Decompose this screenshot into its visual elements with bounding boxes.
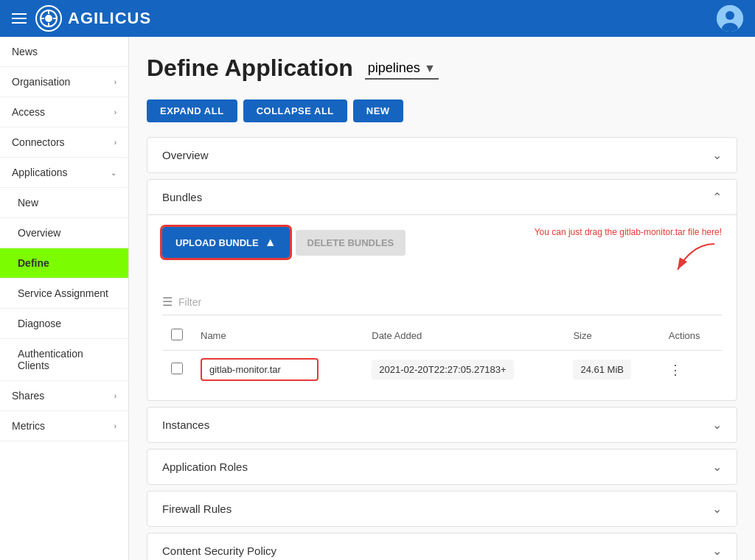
chevron-right-icon: › bbox=[114, 108, 116, 116]
sidebar: News Organisation › Access › Connectors … bbox=[0, 37, 129, 560]
hint-text: You can just drag the gitlab-monitor.tar… bbox=[535, 227, 722, 237]
user-avatar-icon[interactable] bbox=[717, 5, 743, 32]
page-title: Define Application bbox=[147, 55, 353, 82]
overview-label: Overview bbox=[162, 149, 209, 161]
chevron-down-icon: ⌄ bbox=[712, 460, 722, 474]
sidebar-item-organisation[interactable]: Organisation › bbox=[0, 67, 128, 97]
sidebar-item-news[interactable]: News bbox=[0, 37, 128, 67]
delete-bundles-button[interactable]: DELETE BUNDLES bbox=[296, 230, 406, 256]
row-checkbox[interactable] bbox=[171, 363, 183, 374]
instances-section: Instances ⌄ bbox=[147, 407, 737, 443]
sidebar-item-shares[interactable]: Shares › bbox=[0, 381, 128, 411]
instances-section-header[interactable]: Instances ⌄ bbox=[147, 407, 737, 442]
bundles-table: Name Date Added Size Actions gitlab-moni… bbox=[162, 321, 722, 388]
overview-section-header[interactable]: Overview ⌄ bbox=[147, 138, 737, 172]
overview-section: Overview ⌄ bbox=[147, 137, 737, 173]
svg-point-7 bbox=[726, 11, 734, 20]
content-security-policy-section: Content Security Policy ⌄ bbox=[147, 533, 737, 560]
chevron-right-icon: › bbox=[114, 78, 116, 86]
main-content: Define Application pipelines ▼ EXPAND AL… bbox=[129, 37, 755, 560]
sidebar-item-authentication-clients[interactable]: Authentication Clients bbox=[0, 339, 128, 381]
chevron-right-icon: › bbox=[114, 422, 116, 430]
content-security-policy-label: Content Security Policy bbox=[162, 545, 276, 557]
col-name: Name bbox=[192, 321, 363, 351]
sidebar-item-diagnose[interactable]: Diagnose bbox=[0, 309, 128, 339]
firewall-rules-section-header[interactable]: Firewall Rules ⌄ bbox=[147, 491, 737, 526]
collapse-all-button[interactable]: COLLAPSE ALL bbox=[243, 99, 347, 122]
sidebar-item-service-assignment[interactable]: Service Assignment bbox=[0, 279, 128, 309]
chevron-right-icon: › bbox=[114, 392, 116, 400]
bundles-section-header[interactable]: Bundles ⌃ bbox=[147, 180, 737, 214]
new-button[interactable]: NEW bbox=[353, 99, 403, 122]
bundle-actions-cell[interactable]: ⋮ bbox=[660, 351, 722, 389]
application-dropdown[interactable]: pipelines ▼ bbox=[365, 57, 439, 80]
application-roles-label: Application Roles bbox=[162, 461, 248, 473]
application-roles-section-header[interactable]: Application Roles ⌄ bbox=[147, 449, 737, 484]
application-select[interactable]: pipelines bbox=[365, 57, 439, 80]
sidebar-item-new[interactable]: New bbox=[0, 188, 128, 218]
chevron-down-icon: ⌄ bbox=[111, 169, 116, 177]
col-date-added: Date Added bbox=[363, 321, 564, 351]
chevron-right-icon: › bbox=[114, 139, 116, 147]
bundles-button-row: UPLOAD BUNDLE ▲ DELETE BUNDLES bbox=[162, 227, 406, 258]
firewall-rules-label: Firewall Rules bbox=[162, 503, 232, 515]
upload-bundle-button[interactable]: UPLOAD BUNDLE ▲ bbox=[162, 227, 290, 258]
col-actions: Actions bbox=[660, 321, 722, 351]
page-title-row: Define Application pipelines ▼ bbox=[147, 55, 737, 82]
bundles-label: Bundles bbox=[162, 191, 202, 203]
sidebar-item-connectors[interactable]: Connectors › bbox=[0, 127, 128, 158]
sidebar-item-define[interactable]: Define bbox=[0, 248, 128, 279]
select-all-checkbox[interactable] bbox=[171, 329, 183, 340]
filter-icon: ☰ bbox=[162, 295, 173, 309]
sidebar-item-overview[interactable]: Overview bbox=[0, 218, 128, 248]
table-header-row: Name Date Added Size Actions bbox=[162, 321, 722, 351]
bundle-size-cell: 24.61 MiB bbox=[564, 351, 659, 389]
expand-all-button[interactable]: EXPAND ALL bbox=[147, 99, 237, 122]
chevron-down-icon: ⌄ bbox=[712, 502, 722, 516]
bundles-section-body: UPLOAD BUNDLE ▲ DELETE BUNDLES You can j… bbox=[147, 214, 737, 400]
chevron-down-icon: ⌄ bbox=[712, 544, 722, 558]
hamburger-icon[interactable] bbox=[12, 13, 27, 24]
app-header: AGILICUS bbox=[0, 0, 755, 37]
chevron-down-icon: ⌄ bbox=[712, 418, 722, 432]
main-layout: News Organisation › Access › Connectors … bbox=[0, 37, 755, 560]
toolbar: EXPAND ALL COLLAPSE ALL NEW bbox=[147, 99, 737, 122]
bundle-name-cell: gitlab-monitor.tar bbox=[192, 351, 363, 389]
arrow-hint-icon bbox=[663, 240, 722, 277]
filter-row: ☰ Filter bbox=[162, 289, 722, 315]
bundle-date-cell: 2021-02-20T22:27:05.27183+ bbox=[363, 351, 564, 389]
sidebar-item-access[interactable]: Access › bbox=[0, 97, 128, 127]
upload-icon: ▲ bbox=[265, 236, 276, 249]
actions-menu-icon[interactable]: ⋮ bbox=[669, 363, 682, 377]
firewall-rules-section: Firewall Rules ⌄ bbox=[147, 491, 737, 527]
chevron-up-icon: ⌃ bbox=[712, 190, 722, 204]
app-logo: AGILICUS bbox=[35, 5, 151, 32]
instances-label: Instances bbox=[162, 419, 209, 431]
col-size: Size bbox=[564, 321, 659, 351]
bundles-section: Bundles ⌃ UPLOAD BUNDLE ▲ DELETE BUNDLES bbox=[147, 179, 737, 401]
filter-label: Filter bbox=[178, 296, 201, 308]
application-roles-section: Application Roles ⌄ bbox=[147, 449, 737, 485]
hint-container: You can just drag the gitlab-monitor.tar… bbox=[535, 227, 722, 277]
table-row: gitlab-monitor.tar 2021-02-20T22:27:05.2… bbox=[162, 351, 722, 389]
sidebar-item-applications[interactable]: Applications ⌄ bbox=[0, 158, 128, 188]
sidebar-item-metrics[interactable]: Metrics › bbox=[0, 411, 128, 441]
chevron-down-icon: ⌄ bbox=[712, 148, 722, 162]
logo-text: AGILICUS bbox=[68, 9, 151, 28]
svg-point-1 bbox=[45, 15, 52, 22]
logo-icon bbox=[35, 5, 62, 32]
content-security-policy-section-header[interactable]: Content Security Policy ⌄ bbox=[147, 533, 737, 560]
